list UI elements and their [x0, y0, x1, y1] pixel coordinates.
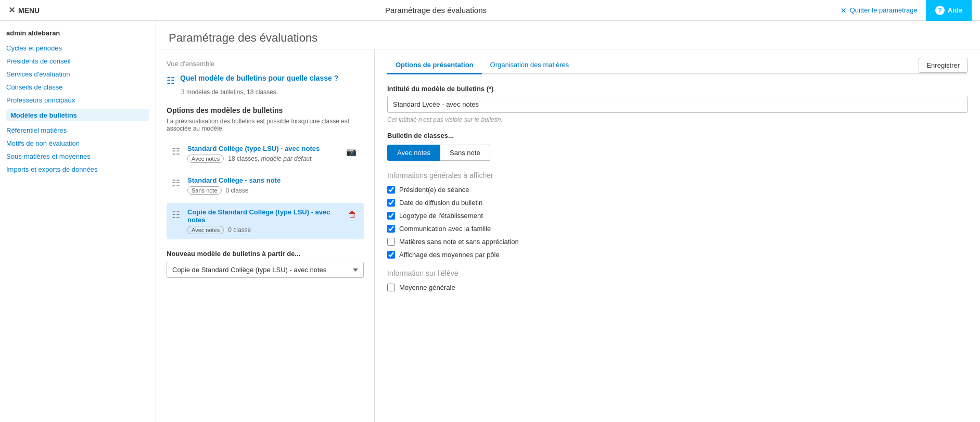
toggle-sans-note[interactable]: Sans note: [440, 145, 490, 161]
sidebar-link-services[interactable]: Services d'évaluation: [6, 70, 70, 78]
sidebar-link-cycles[interactable]: Cycles et périodes: [6, 44, 62, 52]
divider-section: Information sur l'élève Moyenne générale: [387, 269, 968, 291]
checkbox-label-moyenne-generale: Moyenne générale: [399, 284, 455, 291]
tabs-save: Enregistrer: [919, 58, 968, 73]
bulletin-item-3[interactable]: ☷ Copie de Standard Collège (type LSU) -…: [167, 203, 364, 239]
question-icon: ?: [935, 6, 945, 15]
intitule-input[interactable]: [387, 96, 968, 113]
menu-label: MENU: [18, 6, 40, 15]
overview-link-row: ☷ Quel modèle de bulletins pour quelle c…: [167, 74, 364, 86]
options-sub: La prévisualisation des bulletins est po…: [167, 118, 364, 132]
bulletin-item-body-3: Copie de Standard Collège (type LSU) - a…: [187, 208, 341, 234]
bulletin-item-title-2[interactable]: Standard Collège - sans note: [187, 176, 359, 184]
bulletin-item-tags-1: Avec notes 18 classes, modèle par défaut…: [187, 155, 339, 163]
checkbox-label-matieres-sans-note: Matières sans note et sans appréciation: [399, 238, 519, 246]
sidebar-link-imports[interactable]: Imports et exports de données: [6, 165, 98, 173]
right-panel: Options de présentation Organisation des…: [375, 49, 980, 422]
aide-label: Aide: [948, 6, 962, 14]
tabs-bar: Options de présentation Organisation des…: [387, 49, 968, 74]
sidebar-link-sous-matieres[interactable]: Sous-matières et moyennes: [6, 152, 91, 160]
sidebar-item-presidents[interactable]: Présidents de conseil: [6, 57, 149, 65]
bulletin-item-actions-3: 🗑: [346, 208, 359, 222]
sidebar: admin aldebaran Cycles et périodes Prési…: [0, 21, 156, 422]
intitule-hint: Cet intitulé n'est pas visible sur le bu…: [387, 116, 968, 123]
sidebar-item-services[interactable]: Services d'évaluation: [6, 70, 149, 78]
checkbox-affichage-moyennes: Affichage des moyennes par pôle: [387, 251, 968, 259]
sidebar-item-cycles[interactable]: Cycles et périodes: [6, 44, 149, 52]
toggle-group: Avec notes Sans note: [387, 145, 968, 161]
options-title: Options des modèles de bulletins: [167, 106, 364, 114]
bulletin-classes-title: Bulletin de classes...: [387, 132, 968, 139]
checkbox-input-president[interactable]: [387, 186, 395, 194]
sidebar-link-presidents[interactable]: Présidents de conseil: [6, 57, 71, 65]
checkbox-input-affichage-moyennes[interactable]: [387, 251, 395, 259]
edit-button-1[interactable]: 📷: [344, 145, 359, 159]
info-eleve-title: Information sur l'élève: [387, 269, 968, 277]
tab-presentation[interactable]: Options de présentation: [387, 57, 482, 74]
sidebar-item-professeurs[interactable]: Professeurs principaux: [6, 96, 149, 104]
left-panel: Vue d'ensemble ☷ Quel modèle de bulletin…: [156, 49, 375, 422]
aide-button[interactable]: ? Aide: [926, 0, 972, 21]
bulletin-item-title-1[interactable]: Standard Collège (type LSU) - avec notes: [187, 145, 339, 152]
bulletin-item-2[interactable]: ☷ Standard Collège - sans note Sans note…: [167, 171, 364, 200]
bulletin-item-meta-3: 0 classe: [228, 226, 251, 234]
overview-doc-icon: ☷: [167, 75, 175, 86]
bulletin-tag-3: Avec notes: [187, 226, 224, 234]
bulletin-item-tags-2: Sans note 0 classe: [187, 186, 359, 195]
bulletin-item-title-3[interactable]: Copie de Standard Collège (type LSU) - a…: [187, 208, 341, 224]
sidebar-link-motifs[interactable]: Motifs de non évaluation: [6, 139, 80, 147]
info-generale-title: Informations générales à afficher: [387, 171, 968, 180]
bulletin-tag-1: Avec notes: [187, 155, 224, 163]
bulletin-doc-icon-2: ☷: [172, 177, 182, 189]
delete-button-3[interactable]: 🗑: [346, 208, 359, 222]
checkbox-input-communication[interactable]: [387, 225, 395, 233]
x-icon: ✕: [841, 6, 847, 15]
page-title: Paramétrage des évaluations: [156, 21, 980, 49]
checkbox-moyenne-generale: Moyenne générale: [387, 284, 968, 291]
sidebar-link-professeurs[interactable]: Professeurs principaux: [6, 96, 75, 104]
save-button[interactable]: Enregistrer: [919, 58, 968, 73]
checkbox-input-moyenne-generale[interactable]: [387, 284, 395, 291]
bulletin-doc-icon-1: ☷: [172, 146, 182, 157]
overview-sub: 3 modèles de bulletins, 18 classes.: [181, 88, 364, 96]
sidebar-item-referentiel[interactable]: Référentiel matières: [6, 126, 149, 134]
bulletin-item-body-2: Standard Collège - sans note Sans note 0…: [187, 176, 359, 195]
sidebar-link-conseils[interactable]: Conseils de classe: [6, 83, 62, 91]
sidebar-link-referentiel[interactable]: Référentiel matières: [6, 126, 67, 134]
checkbox-input-matieres-sans-note[interactable]: [387, 238, 395, 246]
bulletin-doc-icon-3: ☷: [172, 209, 182, 221]
bulletin-item-meta-2: 0 classe: [226, 187, 249, 194]
quit-button[interactable]: ✕ Quitter le paramétrage: [832, 6, 926, 15]
checkbox-label-logotype: Logotype de l'établissement: [399, 212, 483, 220]
main-layout: admin aldebaran Cycles et périodes Prési…: [0, 21, 980, 422]
content-area: Paramétrage des évaluations Vue d'ensemb…: [156, 21, 980, 422]
checkbox-label-date-diffusion: Date de diffusion du bulletin: [399, 199, 482, 207]
checkbox-label-president: Président(e) de séance: [399, 186, 469, 194]
sidebar-item-sous-matieres[interactable]: Sous-matières et moyennes: [6, 152, 149, 160]
bulletin-item-tags-3: Avec notes 0 classe: [187, 226, 341, 234]
overview-link[interactable]: Quel modèle de bulletins pour quelle cla…: [180, 74, 338, 82]
checkbox-communication: Communication avec la famille: [387, 225, 968, 233]
toggle-avec-notes[interactable]: Avec notes: [387, 145, 440, 161]
bulletin-item-body-1: Standard Collège (type LSU) - avec notes…: [187, 145, 339, 163]
intitule-label: Intitulé du modèle de bulletins (*): [387, 85, 968, 93]
bulletin-tag-2: Sans note: [187, 186, 222, 195]
sidebar-item-imports[interactable]: Imports et exports de données: [6, 165, 149, 173]
checkbox-president: Président(e) de séance: [387, 186, 968, 194]
tab-organisation[interactable]: Organisation des matières: [482, 57, 578, 74]
checkbox-label-affichage-moyennes: Affichage des moyennes par pôle: [399, 251, 500, 259]
checkbox-matieres-sans-note: Matières sans note et sans appréciation: [387, 238, 968, 246]
close-icon: ✕: [8, 5, 15, 15]
bulletin-item-1[interactable]: ☷ Standard Collège (type LSU) - avec not…: [167, 139, 364, 168]
sidebar-link-modeles[interactable]: Modèles de bulletins: [6, 109, 149, 121]
checkbox-input-date-diffusion[interactable]: [387, 199, 395, 207]
nouveau-select[interactable]: Copie de Standard Collège (type LSU) - a…: [167, 262, 364, 278]
nouveau-section: Nouveau modèle de bulletins à partir de.…: [167, 250, 364, 278]
sidebar-item-modeles[interactable]: Modèles de bulletins: [6, 109, 149, 121]
sidebar-user: admin aldebaran: [6, 29, 149, 37]
checkbox-input-logotype[interactable]: [387, 212, 395, 220]
menu-button[interactable]: ✕ MENU: [8, 5, 40, 15]
sidebar-item-motifs[interactable]: Motifs de non évaluation: [6, 139, 149, 147]
sidebar-item-conseils[interactable]: Conseils de classe: [6, 83, 149, 91]
checkbox-label-communication: Communication avec la famille: [399, 225, 491, 233]
